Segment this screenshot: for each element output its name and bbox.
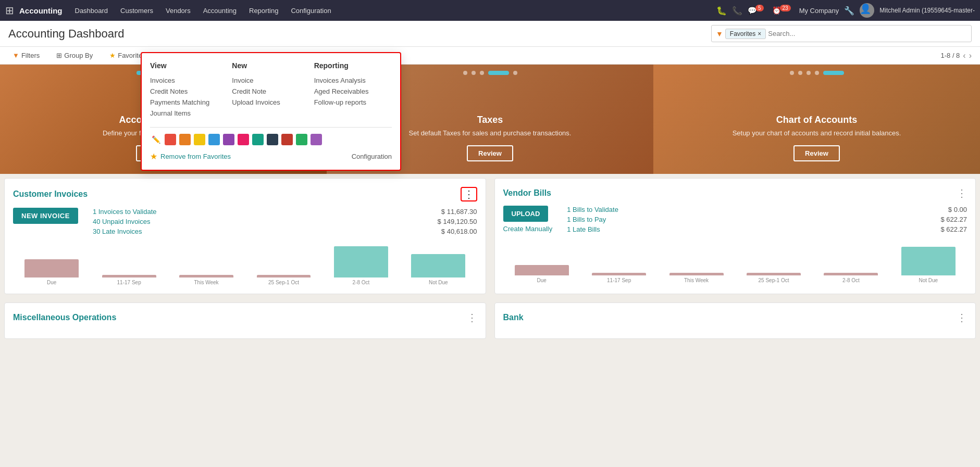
stat-amount-2: $ 40,618.00 xyxy=(441,228,477,235)
nav-vendors[interactable]: Vendors xyxy=(160,5,196,17)
stat-link-0[interactable]: 1 Invoices to Validate xyxy=(93,208,157,216)
bar-label: 25 Sep-1 Oct xyxy=(759,277,789,283)
vb-stat-amount-0: $ 0.00 xyxy=(948,206,967,213)
new-upload-invoices[interactable]: Upload Invoices xyxy=(232,97,309,108)
view-invoices[interactable]: Invoices xyxy=(150,75,228,86)
misc-operations-card: Miscellaneous Operations ⋮ xyxy=(4,302,486,339)
color-pink[interactable] xyxy=(238,134,249,145)
bug-icon[interactable]: 🐛 xyxy=(716,6,727,16)
bar-group: 11-17 Sep xyxy=(580,242,658,283)
color-purple[interactable] xyxy=(311,134,322,145)
nav-dashboard[interactable]: Dashboard xyxy=(70,5,114,17)
dot-track-3 xyxy=(790,71,844,75)
tools-icon[interactable]: 🔧 xyxy=(844,6,854,16)
customer-invoices-more-btn[interactable]: ⋮ xyxy=(461,187,477,201)
star-icon: ★ xyxy=(109,52,116,59)
customer-invoices-chart: Due11-17 SepThis Week25 Sep-1 Oct2-8 Oct… xyxy=(13,244,477,285)
color-navy[interactable] xyxy=(267,134,278,145)
misc-more-btn[interactable]: ⋮ xyxy=(467,311,477,324)
create-manually-link[interactable]: Create Manually xyxy=(503,225,553,233)
color-purple-dark[interactable] xyxy=(223,134,234,145)
vendor-bills-more-btn[interactable]: ⋮ xyxy=(957,187,967,199)
vb-stat-link-1[interactable]: 1 Bills to Pay xyxy=(567,216,606,223)
vb-stat-link-2[interactable]: 1 Late Bills xyxy=(567,225,600,233)
new-invoice[interactable]: Invoice xyxy=(232,75,309,86)
dropdown-view-col: View Invoices Credit Notes Payments Matc… xyxy=(150,61,228,119)
color-orange[interactable] xyxy=(179,134,191,145)
configuration-link[interactable]: Configuration xyxy=(352,153,392,160)
clock-icon-wrapper[interactable]: ⏰ 23 xyxy=(772,6,794,15)
remove-tag-icon[interactable]: × xyxy=(758,30,761,37)
color-blue[interactable] xyxy=(208,134,220,145)
bank-more-btn[interactable]: ⋮ xyxy=(957,311,967,324)
reporting-invoices-analysis[interactable]: Invoices Analysis xyxy=(314,75,392,86)
remove-favorites-btn[interactable]: ★ Remove from Favorites xyxy=(150,152,231,161)
nav-customers[interactable]: Customers xyxy=(115,5,158,17)
group-by-button[interactable]: ⊞ Group By xyxy=(52,50,97,61)
bar xyxy=(257,275,311,277)
dot-t3 xyxy=(480,71,484,75)
color-palette: ✏️ xyxy=(150,134,392,145)
next-page-arrow[interactable]: › xyxy=(969,51,972,60)
vendor-bills-actions: UPLOAD Create Manually 1 Bills to Valida… xyxy=(503,206,967,235)
stat-amount-1: $ 149,120.50 xyxy=(438,218,477,225)
color-yellow[interactable] xyxy=(194,134,205,145)
user-name: Mitchell Admin (19559645-master- xyxy=(879,7,975,14)
color-red[interactable] xyxy=(165,134,176,145)
filters-button[interactable]: ▼ Filters xyxy=(8,50,44,61)
bar xyxy=(334,246,388,277)
view-journal-items[interactable]: Journal Items xyxy=(150,108,228,119)
dot-c2 xyxy=(798,71,802,75)
vendor-bill-stats: 1 Bills to Validate $ 0.00 1 Bills to Pa… xyxy=(567,206,967,235)
reporting-aged-receivables[interactable]: Aged Receivables xyxy=(314,86,392,97)
upload-button[interactable]: UPLOAD xyxy=(503,206,549,222)
vendor-bills-title: Vendor Bills xyxy=(503,188,551,198)
color-green[interactable] xyxy=(296,134,307,145)
chat-icon-wrapper[interactable]: 💬 5 xyxy=(748,6,766,15)
bank-header: Bank ⋮ xyxy=(503,311,967,324)
customer-invoice-stats: 1 Invoices to Validate $ 11,687.30 40 Un… xyxy=(93,208,477,237)
company-name[interactable]: My Company xyxy=(799,7,839,15)
customer-invoices-card: Customer Invoices ⋮ NEW INVOICE 1 Invoic… xyxy=(4,178,486,294)
vb-stat-amount-2: $ 622.27 xyxy=(940,225,967,233)
bar xyxy=(824,273,878,275)
reporting-follow-up[interactable]: Follow-up reports xyxy=(314,97,392,108)
stat-row-2: 30 Late Invoices $ 40,618.00 xyxy=(93,228,477,235)
phone-icon[interactable]: 📞 xyxy=(732,6,742,16)
filter-icon: ▼ xyxy=(716,30,723,38)
search-input[interactable] xyxy=(766,28,967,40)
banner-review-taxes-btn[interactable]: Review xyxy=(467,145,513,161)
new-credit-note[interactable]: Credit Note xyxy=(232,86,309,97)
dot-t4 xyxy=(488,71,509,75)
nav-reporting[interactable]: Reporting xyxy=(244,5,283,17)
banner-review-accounts-btn[interactable]: Review xyxy=(793,145,840,161)
bar-group: Due xyxy=(503,242,580,283)
color-teal[interactable] xyxy=(252,134,264,145)
prev-page-arrow[interactable]: ‹ xyxy=(963,51,965,60)
avatar[interactable]: 👤 xyxy=(860,3,874,18)
filled-star-icon: ★ xyxy=(150,152,157,161)
search-wrapper: ▼ Favorites × xyxy=(711,25,972,42)
pen-icon[interactable]: ✏️ xyxy=(150,134,162,145)
customer-invoices-header: Customer Invoices ⋮ xyxy=(13,187,477,201)
bank-card: Bank ⋮ xyxy=(494,302,976,339)
view-credit-notes[interactable]: Credit Notes xyxy=(150,86,228,97)
vb-stat-link-0[interactable]: 1 Bills to Validate xyxy=(567,206,618,213)
filter-funnel-icon: ▼ xyxy=(13,52,19,59)
stat-link-1[interactable]: 40 Unpaid Invoices xyxy=(93,218,151,225)
color-dark-red[interactable] xyxy=(281,134,293,145)
bar xyxy=(411,254,465,277)
nav-right: 🐛 📞 💬 5 ⏰ 23 My Company 🔧 👤 Mitchell Adm… xyxy=(716,3,975,18)
dropdown-footer: ★ Remove from Favorites Configuration xyxy=(150,152,392,161)
grid-icon[interactable]: ⊞ xyxy=(5,4,14,17)
nav-configuration[interactable]: Configuration xyxy=(286,5,336,17)
vendor-bills-chart: Due11-17 SepThis Week25 Sep-1 Oct2-8 Oct… xyxy=(503,242,967,283)
new-invoice-button[interactable]: NEW INVOICE xyxy=(13,208,78,224)
view-payments-matching[interactable]: Payments Matching xyxy=(150,97,228,108)
bar-group: 11-17 Sep xyxy=(90,244,167,285)
stat-link-2[interactable]: 30 Late Invoices xyxy=(93,228,142,235)
favorites-tag[interactable]: Favorites × xyxy=(725,29,766,39)
nav-accounting[interactable]: Accounting xyxy=(198,5,242,17)
banner-desc-3: Setup your chart of accounts and record … xyxy=(733,129,901,138)
vb-stat-row-1: 1 Bills to Pay $ 622.27 xyxy=(567,216,967,223)
